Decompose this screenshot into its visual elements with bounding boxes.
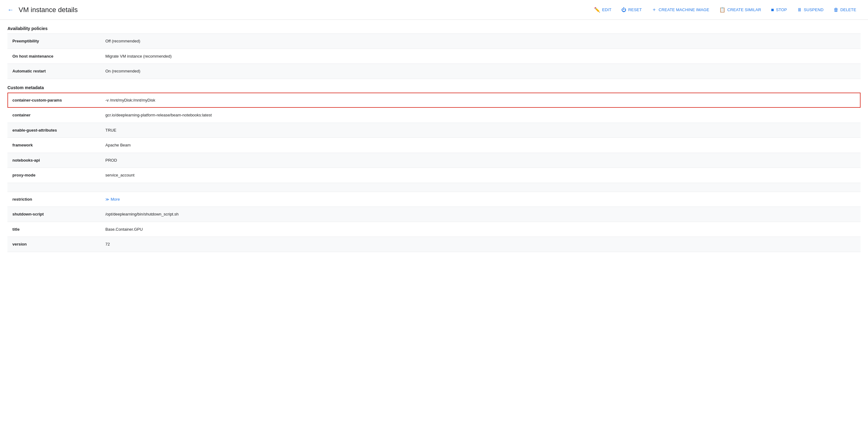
row-value: Apache Beam <box>105 143 131 147</box>
table-row: notebooks-api PROD <box>7 153 861 168</box>
create-similar-icon: 📋 <box>719 7 725 13</box>
row-value-cell: 72 <box>100 237 861 252</box>
row-value-cell: TRUE <box>100 123 861 138</box>
availability-policies-table: Preemptibility Off (recommended) On host… <box>7 33 861 79</box>
row-key: proxy-mode <box>7 168 100 183</box>
edit-label: EDIT <box>602 7 612 12</box>
table-row: container gcr.io/deeplearning-platform-r… <box>7 108 861 123</box>
table-row: restriction ≫ More <box>7 192 861 207</box>
toolbar-actions: ✏️ EDIT ⏻ RESET ＋ CREATE MACHINE IMAGE 📋… <box>590 4 861 15</box>
row-key: Preemptibility <box>7 34 100 49</box>
table-row: Preemptibility Off (recommended) <box>7 34 861 49</box>
row-key: version <box>7 237 100 252</box>
table-row: enable-guest-attributes TRUE <box>7 123 861 138</box>
create-similar-button[interactable]: 📋 CREATE SIMILAR <box>715 4 766 15</box>
create-machine-image-icon: ＋ <box>652 6 657 13</box>
row-key: container-custom-params <box>7 93 100 108</box>
row-value: Base.Container.GPU <box>105 227 143 232</box>
reset-label: RESET <box>628 7 642 12</box>
row-value: Off (recommended) <box>100 34 861 49</box>
create-similar-label: CREATE SIMILAR <box>727 7 761 12</box>
row-value: gcr.io/deeplearning-platform-release/bea… <box>105 113 212 117</box>
row-value-cell <box>100 183 861 192</box>
edit-button[interactable]: ✏️ EDIT <box>590 4 616 15</box>
suspend-label: SUSPEND <box>804 7 824 12</box>
row-value: TRUE <box>105 128 116 133</box>
suspend-button[interactable]: ⏸ SUSPEND <box>793 5 828 15</box>
row-value-cell: service_account <box>100 168 861 183</box>
suspend-icon: ⏸ <box>797 7 802 13</box>
delete-label: DELETE <box>840 7 856 12</box>
row-value: 72 <box>105 242 110 246</box>
row-value: On (recommended) <box>100 64 861 79</box>
row-key: title <box>7 222 100 237</box>
row-value: -v /mnt/myDisk:/mnt/myDisk <box>105 98 155 102</box>
edit-icon: ✏️ <box>594 7 600 13</box>
content: Availability policies Preemptibility Off… <box>0 20 868 260</box>
table-row: version 72 <box>7 237 861 252</box>
table-row: Automatic restart On (recommended) <box>7 64 861 79</box>
table-row: proxy-mode service_account <box>7 168 861 183</box>
table-row: shutdown-script /opt/deeplearning/bin/sh… <box>7 207 861 222</box>
row-value: service_account <box>105 173 134 177</box>
row-value: Migrate VM instance (recommended) <box>100 48 861 64</box>
row-key: On host maintenance <box>7 48 100 64</box>
table-row: container-custom-params -v /mnt/myDisk:/… <box>7 93 861 108</box>
row-value-cell: Base.Container.GPU <box>100 222 861 237</box>
row-value-cell: Apache Beam <box>100 138 861 153</box>
row-key: framework <box>7 138 100 153</box>
back-button[interactable]: ← <box>7 6 13 13</box>
more-link[interactable]: ≫ More <box>105 196 120 203</box>
row-key: notebooks-api <box>7 153 100 168</box>
row-value-cell: ≫ More <box>100 192 861 207</box>
toolbar: ← VM instance details ✏️ EDIT ⏻ RESET ＋ … <box>0 0 868 20</box>
row-key: container <box>7 108 100 123</box>
table-row: title Base.Container.GPU <box>7 222 861 237</box>
row-value-cell: /opt/deeplearning/bin/shutdown_script.sh <box>100 207 861 222</box>
row-key: enable-guest-attributes <box>7 123 100 138</box>
stop-label: STOP <box>776 7 787 12</box>
row-value: PROD <box>105 158 117 163</box>
table-row: framework Apache Beam <box>7 138 861 153</box>
reset-icon: ⏻ <box>621 7 626 13</box>
table-row <box>7 183 861 192</box>
create-machine-image-label: CREATE MACHINE IMAGE <box>658 7 709 12</box>
delete-icon: 🗑 <box>834 7 839 13</box>
stop-button[interactable]: ■ STOP <box>767 5 791 15</box>
page-title: VM instance details <box>19 6 78 14</box>
availability-policies-title: Availability policies <box>7 20 861 33</box>
row-value-cell: -v /mnt/myDisk:/mnt/myDisk <box>100 93 861 108</box>
row-value-cell: PROD <box>100 153 861 168</box>
row-key: shutdown-script <box>7 207 100 222</box>
row-key <box>7 183 100 192</box>
custom-metadata-table: container-custom-params -v /mnt/myDisk:/… <box>7 93 861 252</box>
table-row: On host maintenance Migrate VM instance … <box>7 48 861 64</box>
reset-button[interactable]: ⏻ RESET <box>617 5 646 15</box>
row-value: /opt/deeplearning/bin/shutdown_script.sh <box>105 212 179 216</box>
row-key: restriction <box>7 192 100 207</box>
custom-metadata-title: Custom metadata <box>7 79 861 93</box>
chevron-down-icon: ≫ <box>105 197 110 202</box>
create-machine-image-button[interactable]: ＋ CREATE MACHINE IMAGE <box>647 4 714 15</box>
delete-button[interactable]: 🗑 DELETE <box>829 5 861 15</box>
stop-icon: ■ <box>771 7 774 13</box>
row-key: Automatic restart <box>7 64 100 79</box>
back-arrow-icon: ← <box>7 6 13 13</box>
row-value-cell: gcr.io/deeplearning-platform-release/bea… <box>100 108 861 123</box>
